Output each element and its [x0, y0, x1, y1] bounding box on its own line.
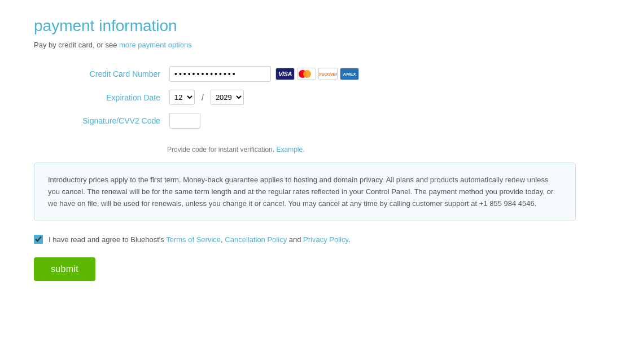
expiry-separator: /: [199, 93, 206, 102]
agreement-row: I have read and agree to Bluehost's Term…: [34, 235, 583, 244]
payment-form: Credit Card Number VISA DISCOVER AMEX: [45, 66, 583, 129]
info-box: Introductory prices apply to the first t…: [34, 163, 576, 221]
mastercard-icon: [297, 68, 316, 80]
credit-card-wrap: VISA DISCOVER AMEX: [169, 66, 359, 82]
cvv-label: Signature/CVV2 Code: [45, 116, 169, 125]
amex-icon: AMEX: [340, 68, 359, 80]
expiration-month-select[interactable]: 010203040506070809101112: [169, 90, 195, 105]
credit-card-input[interactable]: [169, 66, 271, 82]
credit-card-label: Credit Card Number: [45, 69, 169, 78]
tos-link[interactable]: Terms of Service: [166, 235, 221, 244]
more-payment-options-link[interactable]: more payment options: [119, 41, 192, 49]
visa-icon: VISA: [275, 68, 295, 80]
expiration-row: Expiration Date 010203040506070809101112…: [45, 90, 583, 105]
cvv-input[interactable]: [169, 113, 200, 129]
cancellation-link[interactable]: Cancellation Policy: [225, 235, 287, 244]
submit-button[interactable]: submit: [34, 257, 95, 281]
cvv-example-link[interactable]: Example.: [276, 146, 304, 154]
credit-card-row: Credit Card Number VISA DISCOVER AMEX: [45, 66, 583, 82]
privacy-link[interactable]: Privacy Policy: [303, 235, 348, 244]
discover-icon: DISCOVER: [318, 68, 338, 80]
cvv-row: Signature/CVV2 Code: [45, 113, 583, 129]
agreement-label: I have read and agree to Bluehost's Term…: [49, 235, 351, 244]
page-title: payment information: [34, 17, 583, 35]
cvv-wrap: [169, 113, 200, 129]
subtitle: Pay by credit card, or see more payment …: [34, 41, 583, 49]
expiration-year-select[interactable]: 2024202520262027202820292030203120322033…: [211, 90, 244, 105]
expiration-label: Expiration Date: [45, 93, 169, 102]
card-icons: VISA DISCOVER AMEX: [275, 68, 359, 80]
cvv-hint: Provide code for instant verification. E…: [167, 146, 583, 154]
expiration-wrap: 010203040506070809101112 / 2024202520262…: [169, 90, 244, 105]
agree-checkbox[interactable]: [34, 235, 43, 244]
info-box-text: Introductory prices apply to the first t…: [48, 174, 562, 209]
